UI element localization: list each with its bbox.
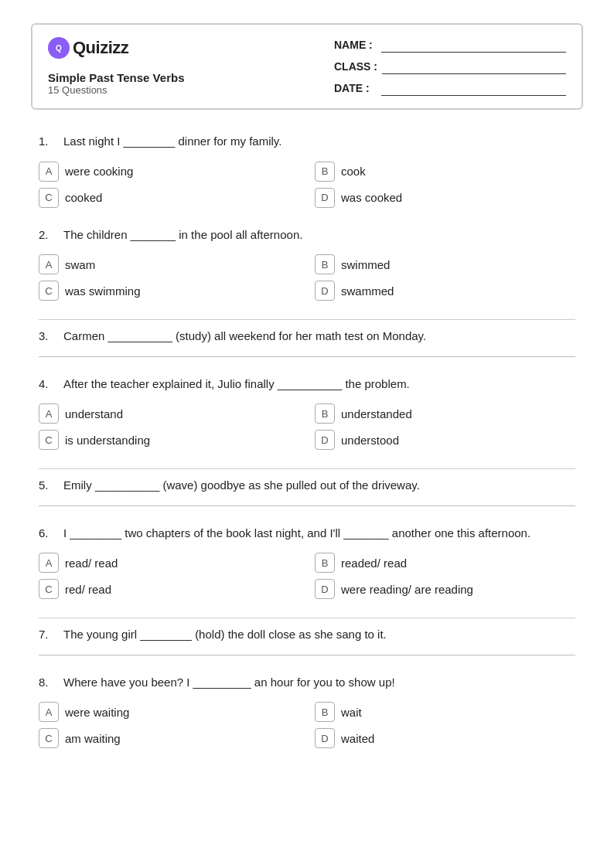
question-2: 2. The children _______ in the pool all … — [39, 226, 575, 301]
question-2-text: 2. The children _______ in the pool all … — [39, 226, 575, 244]
header: Q Quizizz Simple Past Tense Verbs 15 Que… — [31, 23, 583, 110]
question-3-text: 3. Carmen __________ (study) all weekend… — [39, 328, 575, 345]
option-4a[interactable]: A understand — [39, 403, 299, 424]
option-4c[interactable]: C is understanding — [39, 430, 299, 450]
option-2d[interactable]: D swammed — [315, 281, 575, 301]
option-6c[interactable]: C red/ read — [39, 579, 299, 599]
answer-line-5 — [39, 505, 575, 506]
option-4d[interactable]: D understood — [315, 430, 575, 450]
name-line — [381, 37, 566, 53]
option-1a[interactable]: A were cooking — [39, 162, 299, 182]
option-8d[interactable]: D waited — [315, 728, 575, 748]
option-8a[interactable]: A were waiting — [39, 702, 299, 722]
question-6-text: 6. I ________ two chapters of the book l… — [39, 525, 575, 543]
class-field-row: CLASS : — [334, 59, 566, 74]
option-8c[interactable]: C am waiting — [39, 728, 299, 748]
separator-3 — [39, 319, 575, 320]
option-6a[interactable]: A read/ read — [39, 553, 299, 573]
question-6-options: A read/ read B readed/ read C red/ read … — [39, 553, 575, 599]
question-4-options: A understand B understanded C is underst… — [39, 403, 575, 450]
option-2b[interactable]: B swimmed — [315, 254, 575, 274]
question-8-text: 8. Where have you been? I _________ an h… — [39, 674, 575, 692]
question-3: 3. Carmen __________ (study) all weekend… — [39, 319, 575, 357]
option-1c[interactable]: C cooked — [39, 188, 299, 208]
question-8: 8. Where have you been? I _________ an h… — [39, 674, 575, 749]
answer-line-7 — [39, 655, 575, 655]
question-1: 1. Last night I ________ dinner for my f… — [39, 133, 575, 208]
quiz-title: Simple Past Tense Verbs 15 Questions — [48, 71, 184, 96]
logo-text: Quizizz — [73, 38, 128, 58]
option-1d[interactable]: D was cooked — [315, 188, 575, 208]
question-5: 5. Emily __________ (wave) goodbye as sh… — [39, 468, 575, 506]
question-6: 6. I ________ two chapters of the book l… — [39, 525, 575, 600]
question-4-text: 4. After the teacher explained it, Julio… — [39, 376, 575, 393]
question-4: 4. After the teacher explained it, Julio… — [39, 376, 575, 451]
question-8-options: A were waiting B wait C am waiting D wai… — [39, 702, 575, 748]
logo: Q Quizizz — [48, 37, 184, 59]
date-field-row: DATE : — [334, 80, 566, 96]
header-right: NAME : CLASS : DATE : — [334, 37, 566, 96]
option-2a[interactable]: A swam — [39, 254, 299, 274]
question-2-options: A swam B swimmed C was swimming D swamme… — [39, 254, 575, 301]
option-1b[interactable]: B cook — [315, 162, 575, 182]
questions-container: 1. Last night I ________ dinner for my f… — [31, 133, 583, 748]
separator-5 — [39, 468, 575, 469]
date-label: DATE : — [334, 82, 377, 94]
question-1-options: A were cooking B cook C cooked D was coo… — [39, 162, 575, 208]
svg-text:Q: Q — [56, 44, 62, 53]
option-6b[interactable]: B readed/ read — [315, 553, 575, 573]
option-8b[interactable]: B wait — [315, 702, 575, 722]
option-4b[interactable]: B understanded — [315, 403, 575, 424]
question-1-text: 1. Last night I ________ dinner for my f… — [39, 133, 575, 151]
separator-7 — [39, 618, 575, 618]
date-line — [381, 80, 566, 96]
question-5-text: 5. Emily __________ (wave) goodbye as sh… — [39, 477, 575, 495]
option-2c[interactable]: C was swimming — [39, 281, 299, 301]
quizizz-icon: Q — [48, 37, 70, 59]
header-left: Q Quizizz Simple Past Tense Verbs 15 Que… — [48, 37, 184, 96]
answer-line-3 — [39, 356, 575, 357]
name-label: NAME : — [334, 39, 377, 51]
question-7-text: 7. The young girl ________ (hold) the do… — [39, 626, 575, 644]
class-line — [382, 59, 566, 74]
class-label: CLASS : — [334, 60, 377, 73]
option-6d[interactable]: D were reading/ are reading — [315, 579, 575, 599]
name-field-row: NAME : — [334, 37, 566, 53]
question-7: 7. The young girl ________ (hold) the do… — [39, 618, 575, 655]
